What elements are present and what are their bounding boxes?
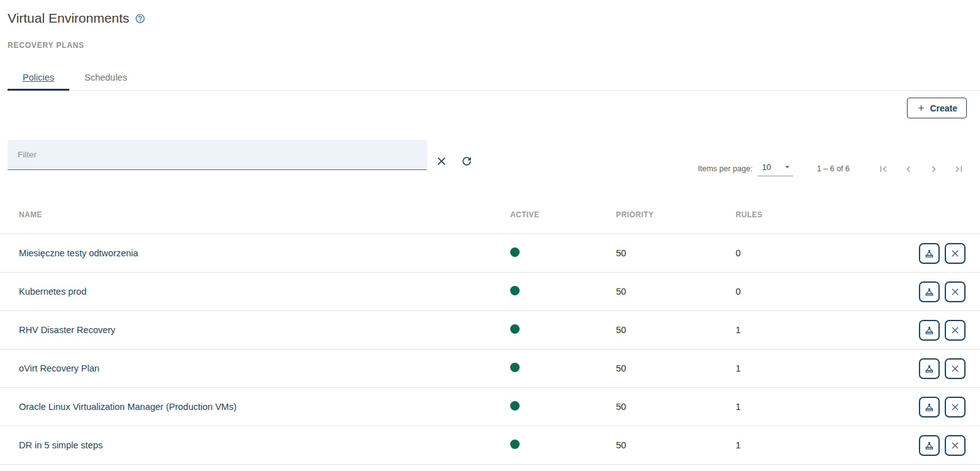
last-page-icon	[953, 163, 965, 175]
active-cell	[510, 324, 616, 336]
items-per-page-label: Items per page:	[698, 164, 753, 173]
help-icon[interactable]	[135, 13, 145, 24]
restore-icon	[924, 402, 935, 412]
paginator-range: 1 – 6 of 6	[817, 164, 850, 173]
table-header-row: NAME ACTIVE PRIORITY RULES	[0, 195, 980, 234]
close-icon	[950, 363, 960, 374]
restore-icon	[924, 287, 935, 297]
close-icon	[950, 440, 960, 451]
tab-bar: Policies Schedules	[0, 64, 980, 91]
virtual-environments-page: Virtual Environments RECOVERY PLANS Poli…	[0, 0, 980, 471]
first-page-button[interactable]	[875, 161, 891, 177]
table-row: Oracle Linux Virtualization Manager (Pro…	[0, 388, 980, 426]
table-body: Miesięczne testy odtworzenia 50 0	[0, 234, 980, 465]
table-row: Miesięczne testy odtworzenia 50 0	[0, 234, 980, 273]
priority-value: 50	[616, 325, 736, 335]
restore-icon	[924, 325, 935, 336]
table-row: RHV Disaster Recovery 50 1	[0, 311, 980, 349]
close-icon	[950, 248, 960, 259]
active-status-dot	[510, 324, 520, 334]
table-row: oVirt Recovery Plan 50 1	[0, 349, 980, 388]
page-title: Virtual Environments	[8, 10, 129, 26]
delete-button[interactable]	[945, 435, 966, 456]
chevron-left-icon	[903, 163, 914, 175]
priority-value: 50	[616, 402, 736, 412]
active-cell	[510, 401, 616, 413]
policy-name-link[interactable]: oVirt Recovery Plan	[0, 363, 510, 373]
items-per-page-select[interactable]: 10	[758, 161, 793, 176]
next-page-button[interactable]	[925, 161, 942, 177]
tab-schedules-label: Schedules	[84, 72, 127, 82]
active-status-dot	[510, 401, 520, 411]
priority-value: 50	[616, 287, 736, 297]
restore-icon	[924, 248, 935, 259]
policy-name-link[interactable]: Kubernetes prod	[0, 287, 510, 297]
page-header: Virtual Environments	[8, 10, 980, 26]
close-icon	[950, 325, 960, 336]
refresh-button[interactable]	[460, 154, 474, 168]
close-icon	[950, 402, 960, 412]
dropdown-arrow-icon	[782, 161, 793, 173]
restore-button[interactable]	[919, 281, 940, 302]
row-actions	[919, 243, 966, 264]
clear-filter-button[interactable]	[435, 154, 448, 168]
column-header-priority: PRIORITY	[616, 210, 736, 219]
create-button-label: Create	[930, 103, 957, 113]
delete-button[interactable]	[945, 358, 966, 379]
plus-icon	[916, 103, 926, 113]
rules-value: 1	[736, 363, 919, 373]
active-cell	[510, 440, 616, 451]
restore-button[interactable]	[919, 320, 940, 341]
restore-button[interactable]	[919, 358, 940, 379]
policy-name-link[interactable]: DR in 5 simple steps	[0, 440, 510, 450]
filter-field[interactable]	[8, 140, 427, 170]
table-row: Kubernetes prod 50 0	[0, 273, 980, 311]
rules-value: 0	[736, 248, 919, 258]
restore-button[interactable]	[919, 435, 940, 456]
delete-button[interactable]	[945, 281, 966, 302]
row-actions	[919, 320, 966, 341]
active-status-dot	[510, 440, 520, 449]
paginator-nav	[875, 161, 967, 177]
priority-value: 50	[616, 440, 736, 450]
policies-table: NAME ACTIVE PRIORITY RULES Miesięczne te…	[0, 195, 980, 465]
row-actions	[919, 435, 966, 456]
filter-row: Items per page: 10 1 – 6 of 6	[0, 140, 980, 177]
tab-policies[interactable]: Policies	[8, 64, 69, 90]
row-actions	[919, 397, 966, 417]
paginator: Items per page: 10 1 – 6 of 6	[698, 161, 967, 177]
active-status-dot	[510, 363, 520, 372]
column-header-name: NAME	[0, 210, 510, 219]
restore-button[interactable]	[919, 397, 940, 417]
restore-icon	[924, 363, 935, 374]
create-button[interactable]: Create	[907, 98, 967, 118]
items-per-page-value: 10	[762, 162, 771, 172]
close-icon	[950, 287, 960, 297]
active-cell	[510, 286, 616, 298]
toolbar: Create	[0, 98, 980, 118]
rules-value: 0	[736, 287, 919, 297]
policy-name-link[interactable]: Miesięczne testy odtworzenia	[0, 248, 510, 258]
previous-page-button[interactable]	[900, 161, 916, 177]
priority-value: 50	[616, 248, 736, 258]
table-row: DR in 5 simple steps 50 1	[0, 426, 980, 465]
delete-button[interactable]	[945, 397, 966, 417]
policy-name-link[interactable]: RHV Disaster Recovery	[0, 325, 510, 335]
active-status-dot	[510, 286, 520, 295]
last-page-button[interactable]	[950, 161, 967, 177]
tab-schedules[interactable]: Schedules	[69, 64, 142, 90]
first-page-icon	[877, 163, 889, 175]
policy-name-link[interactable]: Oracle Linux Virtualization Manager (Pro…	[0, 402, 510, 412]
delete-button[interactable]	[945, 243, 966, 264]
restore-icon	[924, 440, 935, 451]
tab-policies-label: Policies	[23, 72, 54, 82]
refresh-icon	[460, 155, 473, 167]
restore-button[interactable]	[919, 243, 940, 264]
active-cell	[510, 247, 616, 259]
chevron-right-icon	[928, 163, 940, 175]
filter-input[interactable]	[8, 140, 427, 169]
rules-value: 1	[736, 402, 919, 412]
column-header-rules: RULES	[736, 210, 966, 219]
priority-value: 50	[616, 363, 736, 373]
delete-button[interactable]	[945, 320, 966, 341]
